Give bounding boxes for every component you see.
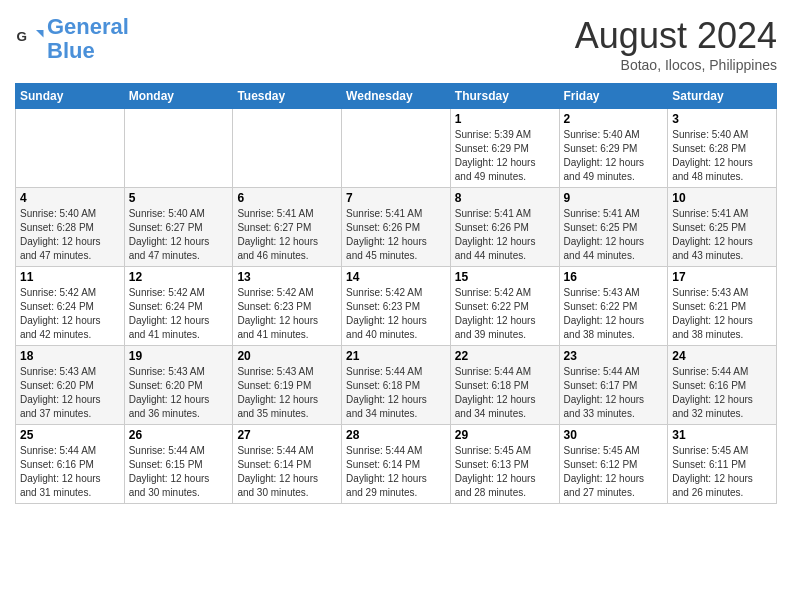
day-info: Sunrise: 5:41 AMSunset: 6:27 PMDaylight:…: [237, 207, 337, 263]
calendar-cell: 12Sunrise: 5:42 AMSunset: 6:24 PMDayligh…: [124, 267, 233, 346]
logo-icon: G: [15, 24, 45, 54]
day-info: Sunrise: 5:45 AMSunset: 6:12 PMDaylight:…: [564, 444, 664, 500]
day-number: 1: [455, 112, 555, 126]
calendar-week-row: 1Sunrise: 5:39 AMSunset: 6:29 PMDaylight…: [16, 109, 777, 188]
calendar-cell: 28Sunrise: 5:44 AMSunset: 6:14 PMDayligh…: [342, 425, 451, 504]
calendar-cell: 14Sunrise: 5:42 AMSunset: 6:23 PMDayligh…: [342, 267, 451, 346]
calendar-table: SundayMondayTuesdayWednesdayThursdayFrid…: [15, 83, 777, 504]
calendar-cell: 8Sunrise: 5:41 AMSunset: 6:26 PMDaylight…: [450, 188, 559, 267]
day-number: 17: [672, 270, 772, 284]
calendar-cell: 6Sunrise: 5:41 AMSunset: 6:27 PMDaylight…: [233, 188, 342, 267]
day-number: 4: [20, 191, 120, 205]
day-info: Sunrise: 5:44 AMSunset: 6:16 PMDaylight:…: [20, 444, 120, 500]
day-info: Sunrise: 5:42 AMSunset: 6:23 PMDaylight:…: [237, 286, 337, 342]
calendar-cell: 25Sunrise: 5:44 AMSunset: 6:16 PMDayligh…: [16, 425, 125, 504]
weekday-header: Wednesday: [342, 84, 451, 109]
day-info: Sunrise: 5:43 AMSunset: 6:20 PMDaylight:…: [20, 365, 120, 421]
calendar-cell: 22Sunrise: 5:44 AMSunset: 6:18 PMDayligh…: [450, 346, 559, 425]
weekday-header: Friday: [559, 84, 668, 109]
calendar-cell: 24Sunrise: 5:44 AMSunset: 6:16 PMDayligh…: [668, 346, 777, 425]
day-info: Sunrise: 5:43 AMSunset: 6:20 PMDaylight:…: [129, 365, 229, 421]
day-info: Sunrise: 5:44 AMSunset: 6:15 PMDaylight:…: [129, 444, 229, 500]
calendar-cell: 2Sunrise: 5:40 AMSunset: 6:29 PMDaylight…: [559, 109, 668, 188]
day-number: 18: [20, 349, 120, 363]
calendar-cell: 21Sunrise: 5:44 AMSunset: 6:18 PMDayligh…: [342, 346, 451, 425]
day-info: Sunrise: 5:40 AMSunset: 6:27 PMDaylight:…: [129, 207, 229, 263]
day-number: 29: [455, 428, 555, 442]
calendar-header-row: SundayMondayTuesdayWednesdayThursdayFrid…: [16, 84, 777, 109]
calendar-cell: [233, 109, 342, 188]
day-info: Sunrise: 5:43 AMSunset: 6:21 PMDaylight:…: [672, 286, 772, 342]
location: Botao, Ilocos, Philippines: [575, 57, 777, 73]
calendar-cell: 11Sunrise: 5:42 AMSunset: 6:24 PMDayligh…: [16, 267, 125, 346]
day-info: Sunrise: 5:41 AMSunset: 6:26 PMDaylight:…: [346, 207, 446, 263]
day-number: 21: [346, 349, 446, 363]
day-info: Sunrise: 5:41 AMSunset: 6:25 PMDaylight:…: [564, 207, 664, 263]
day-number: 28: [346, 428, 446, 442]
calendar-week-row: 4Sunrise: 5:40 AMSunset: 6:28 PMDaylight…: [16, 188, 777, 267]
day-number: 12: [129, 270, 229, 284]
logo-text: General Blue: [47, 15, 129, 63]
weekday-header: Monday: [124, 84, 233, 109]
title-area: August 2024 Botao, Ilocos, Philippines: [575, 15, 777, 73]
logo: G General Blue: [15, 15, 129, 63]
day-number: 7: [346, 191, 446, 205]
day-number: 22: [455, 349, 555, 363]
day-number: 24: [672, 349, 772, 363]
weekday-header: Sunday: [16, 84, 125, 109]
day-number: 5: [129, 191, 229, 205]
svg-text:G: G: [17, 29, 28, 44]
day-number: 3: [672, 112, 772, 126]
day-number: 15: [455, 270, 555, 284]
calendar-week-row: 18Sunrise: 5:43 AMSunset: 6:20 PMDayligh…: [16, 346, 777, 425]
day-number: 20: [237, 349, 337, 363]
day-number: 25: [20, 428, 120, 442]
calendar-cell: 30Sunrise: 5:45 AMSunset: 6:12 PMDayligh…: [559, 425, 668, 504]
calendar-cell: 27Sunrise: 5:44 AMSunset: 6:14 PMDayligh…: [233, 425, 342, 504]
calendar-cell: 3Sunrise: 5:40 AMSunset: 6:28 PMDaylight…: [668, 109, 777, 188]
day-number: 16: [564, 270, 664, 284]
calendar-body: 1Sunrise: 5:39 AMSunset: 6:29 PMDaylight…: [16, 109, 777, 504]
day-info: Sunrise: 5:44 AMSunset: 6:18 PMDaylight:…: [346, 365, 446, 421]
calendar-cell: 29Sunrise: 5:45 AMSunset: 6:13 PMDayligh…: [450, 425, 559, 504]
day-info: Sunrise: 5:44 AMSunset: 6:17 PMDaylight:…: [564, 365, 664, 421]
day-info: Sunrise: 5:39 AMSunset: 6:29 PMDaylight:…: [455, 128, 555, 184]
day-number: 6: [237, 191, 337, 205]
day-info: Sunrise: 5:42 AMSunset: 6:24 PMDaylight:…: [20, 286, 120, 342]
day-info: Sunrise: 5:41 AMSunset: 6:25 PMDaylight:…: [672, 207, 772, 263]
weekday-header: Thursday: [450, 84, 559, 109]
calendar-cell: 9Sunrise: 5:41 AMSunset: 6:25 PMDaylight…: [559, 188, 668, 267]
calendar-cell: 1Sunrise: 5:39 AMSunset: 6:29 PMDaylight…: [450, 109, 559, 188]
calendar-cell: 18Sunrise: 5:43 AMSunset: 6:20 PMDayligh…: [16, 346, 125, 425]
calendar-cell: 10Sunrise: 5:41 AMSunset: 6:25 PMDayligh…: [668, 188, 777, 267]
day-number: 30: [564, 428, 664, 442]
day-number: 10: [672, 191, 772, 205]
day-info: Sunrise: 5:43 AMSunset: 6:22 PMDaylight:…: [564, 286, 664, 342]
day-info: Sunrise: 5:42 AMSunset: 6:23 PMDaylight:…: [346, 286, 446, 342]
day-number: 13: [237, 270, 337, 284]
day-number: 8: [455, 191, 555, 205]
calendar-cell: [342, 109, 451, 188]
day-info: Sunrise: 5:44 AMSunset: 6:14 PMDaylight:…: [346, 444, 446, 500]
day-number: 9: [564, 191, 664, 205]
day-info: Sunrise: 5:42 AMSunset: 6:24 PMDaylight:…: [129, 286, 229, 342]
day-info: Sunrise: 5:44 AMSunset: 6:16 PMDaylight:…: [672, 365, 772, 421]
weekday-header: Tuesday: [233, 84, 342, 109]
calendar-cell: 31Sunrise: 5:45 AMSunset: 6:11 PMDayligh…: [668, 425, 777, 504]
day-info: Sunrise: 5:40 AMSunset: 6:28 PMDaylight:…: [672, 128, 772, 184]
calendar-cell: 7Sunrise: 5:41 AMSunset: 6:26 PMDaylight…: [342, 188, 451, 267]
day-info: Sunrise: 5:44 AMSunset: 6:14 PMDaylight:…: [237, 444, 337, 500]
calendar-cell: 5Sunrise: 5:40 AMSunset: 6:27 PMDaylight…: [124, 188, 233, 267]
calendar-cell: 4Sunrise: 5:40 AMSunset: 6:28 PMDaylight…: [16, 188, 125, 267]
day-number: 27: [237, 428, 337, 442]
weekday-header: Saturday: [668, 84, 777, 109]
day-number: 31: [672, 428, 772, 442]
day-number: 26: [129, 428, 229, 442]
month-title: August 2024: [575, 15, 777, 57]
day-info: Sunrise: 5:42 AMSunset: 6:22 PMDaylight:…: [455, 286, 555, 342]
calendar-cell: [124, 109, 233, 188]
day-number: 19: [129, 349, 229, 363]
calendar-cell: 23Sunrise: 5:44 AMSunset: 6:17 PMDayligh…: [559, 346, 668, 425]
day-number: 23: [564, 349, 664, 363]
day-info: Sunrise: 5:41 AMSunset: 6:26 PMDaylight:…: [455, 207, 555, 263]
